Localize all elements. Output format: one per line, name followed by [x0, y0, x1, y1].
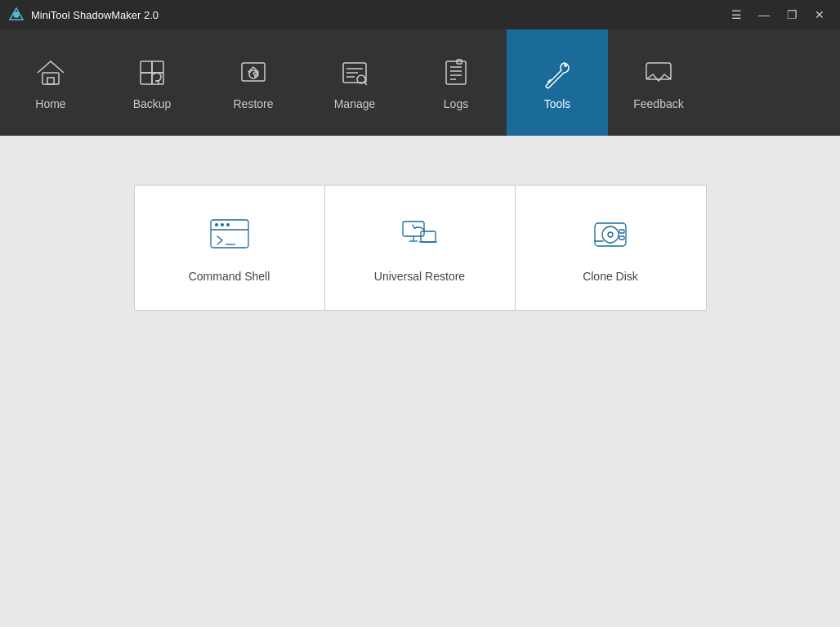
nav-home[interactable]: Home: [0, 29, 101, 136]
svg-rect-16: [446, 61, 466, 84]
svg-point-23: [564, 64, 567, 67]
window-controls: ☰ — ❐ ✕: [724, 5, 832, 25]
nav-restore-label: Restore: [233, 97, 273, 110]
nav-restore[interactable]: Restore: [203, 29, 304, 136]
titlebar: MiniTool ShadowMaker 2.0 ☰ — ❐ ✕: [0, 0, 840, 29]
nav-logs[interactable]: Logs: [405, 29, 507, 136]
svg-rect-6: [141, 73, 152, 84]
universal-restore-card[interactable]: Universal Restore: [325, 186, 516, 310]
main-content: Command Shell Universal Restore: [0, 136, 840, 627]
svg-rect-2: [42, 73, 59, 84]
restore-icon: [235, 55, 271, 91]
feedback-icon: [641, 55, 677, 91]
svg-rect-3: [47, 78, 54, 84]
minimize-button[interactable]: —: [752, 5, 776, 25]
command-shell-label: Command Shell: [189, 270, 270, 283]
nav-manage[interactable]: Manage: [304, 29, 405, 136]
svg-rect-40: [619, 236, 624, 240]
nav-backup-label: Backup: [133, 97, 172, 110]
command-shell-card[interactable]: Command Shell: [135, 186, 325, 310]
universal-restore-label: Universal Restore: [374, 270, 465, 283]
nav-home-label: Home: [35, 97, 65, 110]
nav-logs-label: Logs: [444, 97, 468, 110]
clone-disk-icon: [588, 213, 633, 258]
nav-feedback-label: Feedback: [633, 97, 683, 110]
tools-grid: Command Shell Universal Restore: [134, 185, 707, 311]
manage-icon: [337, 55, 373, 91]
svg-point-37: [602, 226, 619, 243]
svg-rect-39: [619, 230, 624, 233]
nav-backup[interactable]: Backup: [101, 29, 203, 136]
menu-button[interactable]: ☰: [724, 5, 748, 25]
svg-rect-5: [152, 61, 163, 73]
clone-disk-card[interactable]: Clone Disk: [516, 186, 706, 310]
nav-feedback[interactable]: Feedback: [608, 29, 709, 136]
svg-point-29: [226, 223, 230, 226]
app-title: MiniTool ShadowMaker 2.0: [31, 9, 724, 21]
tools-icon: [539, 55, 575, 91]
home-icon: [33, 55, 69, 91]
svg-point-1: [14, 12, 19, 17]
clone-disk-label: Clone Disk: [583, 270, 638, 283]
app-logo: [8, 7, 25, 23]
maximize-button[interactable]: ❐: [780, 5, 804, 25]
svg-point-28: [221, 223, 224, 226]
svg-point-27: [215, 223, 218, 226]
universal-restore-icon: [397, 213, 443, 258]
command-shell-icon: [207, 213, 252, 258]
nav-tools[interactable]: Tools: [507, 29, 608, 136]
nav-tools-label: Tools: [544, 97, 571, 110]
logs-icon: [438, 55, 474, 91]
svg-point-38: [608, 232, 613, 237]
backup-icon: [134, 55, 170, 91]
close-button[interactable]: ✕: [807, 5, 832, 25]
svg-rect-4: [141, 61, 152, 73]
navbar: Home Backup Restore: [0, 29, 840, 136]
nav-manage-label: Manage: [334, 97, 376, 110]
